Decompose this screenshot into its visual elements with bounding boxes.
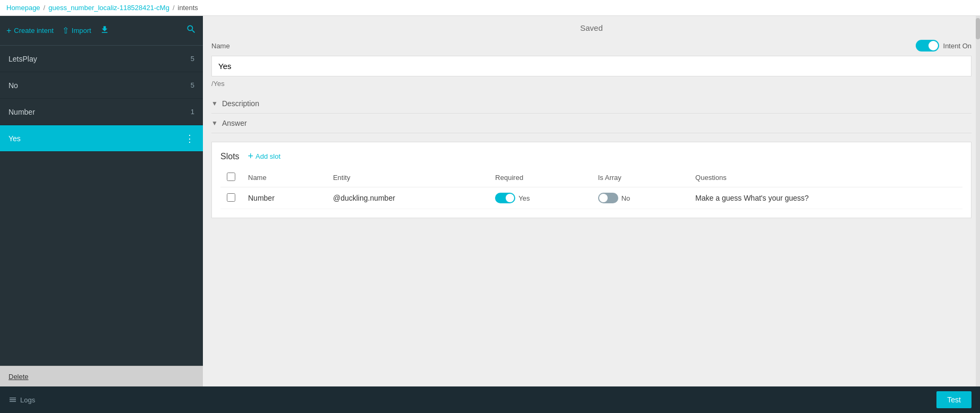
add-slot-label: Add slot xyxy=(255,152,280,160)
table-row: Number @duckling.number Yes xyxy=(220,187,962,209)
slot-name: Number xyxy=(242,187,327,209)
context-menu-icon[interactable]: ⋮ xyxy=(185,133,194,144)
description-section[interactable]: ▼ Description xyxy=(211,94,972,114)
col-required: Required xyxy=(489,168,591,187)
description-chevron-icon: ▼ xyxy=(211,100,218,107)
col-checkbox xyxy=(220,168,242,187)
create-intent-button[interactable]: + Create intent xyxy=(6,26,54,36)
intent-on-toggle[interactable] xyxy=(916,40,939,51)
form-header: Name Intent On xyxy=(211,40,972,51)
slots-title: Slots xyxy=(220,152,240,161)
sidebar-item-no[interactable]: No 5 xyxy=(0,72,203,99)
scrollbar-thumb[interactable] xyxy=(976,18,980,39)
bottom-bar: Logs Test xyxy=(0,386,980,413)
intent-name-input[interactable] xyxy=(211,56,972,76)
slot-questions: Make a guess What's your guess? xyxy=(689,187,962,209)
col-is-array: Is Array xyxy=(592,168,689,187)
add-slot-button[interactable]: + Add slot xyxy=(248,151,281,162)
slot-entity: @duckling.number xyxy=(327,187,489,209)
sidebar-item-list: LetsPlay 5 No 5 Number 1 Yes ⋮ xyxy=(0,46,203,413)
sidebar-item-number[interactable]: Number 1 xyxy=(0,99,203,125)
sidebar: + Create intent ⇧ Import xyxy=(0,16,203,413)
slot-array-text: No xyxy=(621,194,630,202)
plus-icon: + xyxy=(6,26,11,36)
intent-path: /Yes xyxy=(211,80,972,88)
search-button[interactable] xyxy=(186,24,197,37)
import-label: Import xyxy=(72,27,91,35)
sidebar-item-yes[interactable]: Yes ⋮ xyxy=(0,125,203,152)
slot-required-toggle: Yes xyxy=(495,193,530,203)
breadcrumb-section: intents xyxy=(178,4,198,12)
answer-label: Answer xyxy=(222,119,247,127)
sidebar-toolbar: + Create intent ⇧ Import xyxy=(0,16,203,46)
import-button[interactable]: ⇧ Import xyxy=(62,25,91,36)
slot-required-text: Yes xyxy=(518,194,530,202)
breadcrumb: Homepage / guess_number_localiz-11852842… xyxy=(0,0,980,16)
add-slot-plus-icon: + xyxy=(248,151,254,162)
create-intent-label: Create intent xyxy=(14,27,53,35)
col-name: Name xyxy=(242,168,327,187)
select-all-checkbox[interactable] xyxy=(227,173,235,181)
scrollbar[interactable] xyxy=(976,16,980,413)
answer-chevron-icon: ▼ xyxy=(211,119,218,127)
description-label: Description xyxy=(222,99,259,108)
delete-button[interactable]: Delete xyxy=(8,373,29,381)
slot-array-toggle: No xyxy=(598,193,630,203)
slots-table: Name Entity Required Is Array Questions xyxy=(220,168,962,209)
breadcrumb-project[interactable]: guess_number_localiz-118528421-cMg xyxy=(48,4,169,12)
answer-section[interactable]: ▼ Answer xyxy=(211,114,972,133)
main-content: Saved Name Intent On /Yes ▼ xyxy=(203,16,980,413)
import-icon: ⇧ xyxy=(62,25,69,36)
slot-row-checkbox[interactable] xyxy=(227,193,235,202)
intent-toggle-group: Intent On xyxy=(916,40,972,51)
col-entity: Entity xyxy=(327,168,489,187)
slots-header: Slots + Add slot xyxy=(220,151,962,162)
breadcrumb-homepage[interactable]: Homepage xyxy=(6,4,40,12)
test-button[interactable]: Test xyxy=(936,391,972,408)
slots-section: Slots + Add slot Name Entity xyxy=(211,142,972,218)
logs-button[interactable]: Logs xyxy=(8,395,35,404)
intent-form: Name Intent On /Yes ▼ Description xyxy=(203,40,980,413)
export-button[interactable] xyxy=(100,25,109,37)
saved-banner: Saved xyxy=(203,16,980,40)
delete-bar: Delete xyxy=(0,366,203,386)
export-icon xyxy=(100,25,109,37)
sidebar-item-letsplay[interactable]: LetsPlay 5 xyxy=(0,46,203,72)
logs-label: Logs xyxy=(20,396,35,404)
col-questions: Questions xyxy=(689,168,962,187)
intent-toggle-label: Intent On xyxy=(943,42,972,50)
name-label: Name xyxy=(211,42,230,50)
